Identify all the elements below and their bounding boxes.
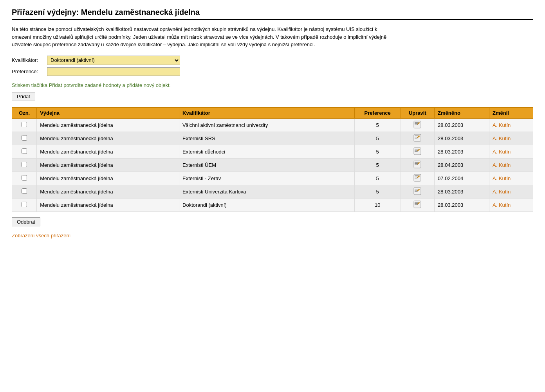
kvalifikator-label: Kvalifikátor: [12,57,47,63]
cell-kvalifikator: Externisti ÚEM [179,158,355,172]
cell-zmenil: A. Kutín [489,118,533,132]
row-checkbox[interactable] [22,148,27,154]
cell-preference: 5 [354,185,401,198]
cell-zmeneno: 07.02.2004 [435,172,489,185]
add-button[interactable]: Přidat [12,92,35,101]
col-header-kvalifikator: Kvalifikátor [179,107,355,118]
user-link[interactable]: A. Kutín [493,135,511,141]
table-row: Mendelu zaměstnanecká jídelnaVšichni akt… [12,118,533,132]
cell-zmeneno: 28.03.2003 [435,132,489,145]
svg-rect-8 [415,135,419,136]
table-row: Mendelu zaměstnanecká jídelnaExternisti … [12,172,533,185]
table-header-row: Ozn. Výdejna Kvalifikátor Preference Upr… [12,107,533,118]
all-assignments-link[interactable]: Zobrazení všech přiřazení [12,233,70,238]
user-link[interactable]: A. Kutín [493,189,511,195]
page-description: Na této stránce lze pomocí uživatelských… [12,25,395,49]
table-row: Mendelu zaměstnanecká jídelnaExternisti … [12,132,533,145]
svg-rect-43 [415,202,419,203]
kvalifikator-control: Doktorandi (aktivní) Externisti SRS Exte… [47,56,180,65]
cell-preference: 5 [354,158,401,172]
svg-rect-36 [415,189,419,190]
user-link[interactable]: A. Kutín [493,202,511,208]
row-checkbox[interactable] [22,122,27,127]
edit-icon[interactable] [413,121,422,129]
row-checkbox[interactable] [22,135,27,141]
svg-rect-22 [415,162,419,163]
col-header-upravit: Upravit [401,107,434,118]
cell-kvalifikator: Externisti důchodci [179,145,355,158]
cell-zmenil: A. Kutín [489,172,533,185]
cell-vydejna: Mendelu zaměstnanecká jídelna [37,185,179,198]
table-row: Mendelu zaměstnanecká jídelnaExternisti … [12,185,533,198]
cell-zmeneno: 28.03.2003 [435,145,489,158]
user-link[interactable]: A. Kutín [493,162,511,168]
cell-zmenil: A. Kutín [489,185,533,198]
kvalifikator-row: Kvalifikátor: Doktorandi (aktivní) Exter… [12,56,533,65]
cell-vydejna: Mendelu zaměstnanecká jídelna [37,198,179,211]
row-checkbox[interactable] [22,188,27,194]
edit-icon[interactable] [413,161,422,169]
cell-upravit [401,172,434,185]
preference-row: Preference: [12,67,533,76]
cell-preference: 5 [354,132,401,145]
cell-kvalifikator: Všichni aktivní zaměstnanci univerzity [179,118,355,132]
col-header-zmenil: Změnil [489,107,533,118]
cell-kvalifikator: Externisti SRS [179,132,355,145]
cell-preference: 5 [354,145,401,158]
row-checkbox[interactable] [22,175,27,181]
edit-icon[interactable] [413,187,422,196]
cell-preference: 10 [354,198,401,211]
col-header-vydejna: Výdejna [37,107,179,118]
preference-label: Preference: [12,69,47,74]
table-row: Mendelu zaměstnanecká jídelnaExternisti … [12,158,533,172]
cell-zmeneno: 28.04.2003 [435,158,489,172]
col-header-preference: Preference [354,107,401,118]
table-row: Mendelu zaměstnanecká jídelnaDoktorandi … [12,198,533,211]
cell-kvalifikator: Externisti Univerzita Karlova [179,185,355,198]
preference-input[interactable] [47,67,180,76]
row-checkbox[interactable] [22,202,27,207]
cell-zmenil: A. Kutín [489,158,533,172]
edit-icon[interactable] [413,201,422,209]
cell-zmeneno: 28.03.2003 [435,118,489,132]
cell-preference: 5 [354,172,401,185]
cell-upravit [401,132,434,145]
kvalifikator-select[interactable]: Doktorandi (aktivní) Externisti SRS Exte… [47,56,180,65]
row-checkbox[interactable] [22,162,27,167]
cell-zmenil: A. Kutín [489,132,533,145]
cell-upravit [401,198,434,211]
edit-icon[interactable] [413,134,422,143]
col-header-ozn: Ozn. [12,107,37,118]
cell-upravit [401,185,434,198]
hint-text: Stiskem tlačítka Přidat potvrdíte zadané… [12,82,533,88]
assignments-table: Ozn. Výdejna Kvalifikátor Preference Upr… [12,107,533,212]
cell-vydejna: Mendelu zaměstnanecká jídelna [37,118,179,132]
cell-kvalifikator: Externisti - Zerav [179,172,355,185]
page-title: Přiřazení výdejny: Mendelu zaměstnanecká… [12,8,533,20]
cell-vydejna: Mendelu zaměstnanecká jídelna [37,132,179,145]
remove-button[interactable]: Odebrat [12,217,40,226]
table-row: Mendelu zaměstnanecká jídelnaExternisti … [12,145,533,158]
cell-vydejna: Mendelu zaměstnanecká jídelna [37,172,179,185]
user-link[interactable]: A. Kutín [493,175,511,181]
cell-upravit [401,145,434,158]
user-link[interactable]: A. Kutín [493,122,511,128]
svg-rect-29 [415,175,419,176]
edit-icon[interactable] [413,147,422,156]
cell-preference: 5 [354,118,401,132]
cell-zmenil: A. Kutín [489,145,533,158]
svg-rect-1 [415,122,419,123]
cell-upravit [401,118,434,132]
col-header-zmeneno: Změněno [435,107,489,118]
cell-zmenil: A. Kutín [489,198,533,211]
cell-vydejna: Mendelu zaměstnanecká jídelna [37,145,179,158]
edit-icon[interactable] [413,174,422,182]
cell-zmeneno: 28.03.2003 [435,185,489,198]
form-section: Kvalifikátor: Doktorandi (aktivní) Exter… [12,56,533,76]
user-link[interactable]: A. Kutín [493,149,511,155]
cell-vydejna: Mendelu zaměstnanecká jídelna [37,158,179,172]
cell-upravit [401,158,434,172]
cell-zmeneno: 28.03.2003 [435,198,489,211]
svg-rect-15 [415,149,419,150]
cell-kvalifikator: Doktorandi (aktivní) [179,198,355,211]
